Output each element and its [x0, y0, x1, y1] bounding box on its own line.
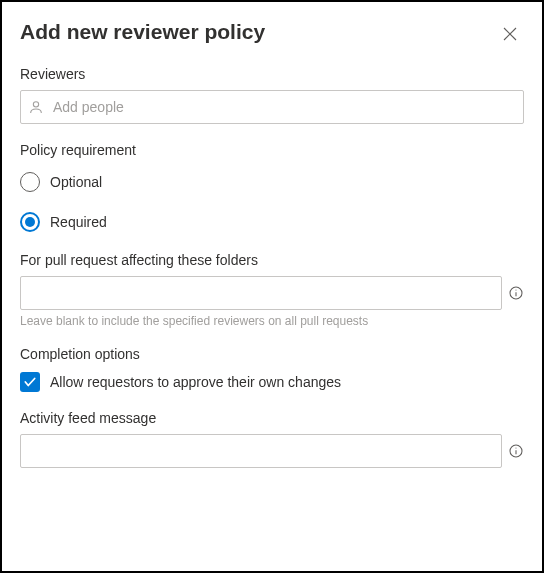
folders-label: For pull request affecting these folders	[20, 252, 524, 268]
activity-input[interactable]	[20, 434, 502, 468]
close-icon	[501, 25, 519, 43]
folders-input[interactable]	[20, 276, 502, 310]
dialog-header: Add new reviewer policy	[20, 20, 524, 48]
reviewers-input[interactable]	[20, 90, 524, 124]
radio-required[interactable]: Required	[20, 212, 524, 232]
reviewers-label: Reviewers	[20, 66, 524, 82]
radio-circle-icon	[20, 212, 40, 232]
allow-self-approve-checkbox[interactable]: Allow requestors to approve their own ch…	[20, 372, 524, 392]
radio-required-label: Required	[50, 214, 107, 230]
allow-self-approve-label: Allow requestors to approve their own ch…	[50, 374, 341, 390]
dialog-title: Add new reviewer policy	[20, 20, 265, 44]
activity-row	[20, 434, 524, 468]
folders-hint: Leave blank to include the specified rev…	[20, 314, 524, 328]
close-button[interactable]	[496, 20, 524, 48]
info-icon[interactable]	[508, 443, 524, 459]
policy-requirement-group: Optional Required	[20, 172, 524, 232]
radio-optional-label: Optional	[50, 174, 102, 190]
svg-point-8	[515, 447, 516, 448]
checkbox-icon	[20, 372, 40, 392]
activity-label: Activity feed message	[20, 410, 524, 426]
folders-row	[20, 276, 524, 310]
radio-circle-icon	[20, 172, 40, 192]
checkmark-icon	[23, 375, 37, 389]
completion-label: Completion options	[20, 346, 524, 362]
radio-optional[interactable]: Optional	[20, 172, 524, 192]
info-icon[interactable]	[508, 285, 524, 301]
policy-requirement-label: Policy requirement	[20, 142, 524, 158]
svg-point-5	[515, 289, 516, 290]
reviewers-field-wrap	[20, 90, 524, 124]
